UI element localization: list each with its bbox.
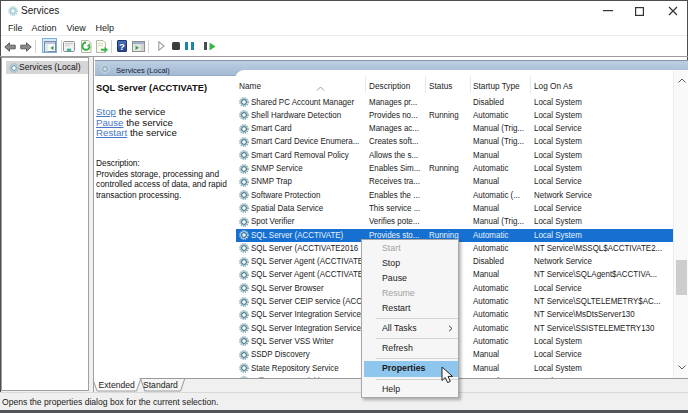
svg-text:Extended: Extended	[99, 380, 136, 390]
svg-text:Standard: Standard	[143, 380, 178, 390]
